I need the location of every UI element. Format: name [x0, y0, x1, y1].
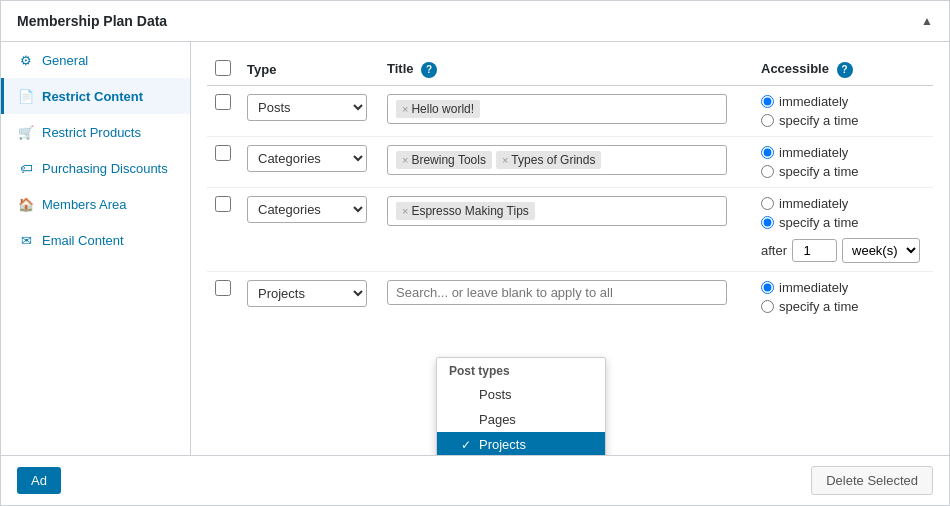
row3-specify-text: specify a time [779, 215, 858, 230]
row4-specify-text: specify a time [779, 299, 858, 314]
row1-immediately-text: immediately [779, 94, 848, 109]
row1-specify-label[interactable]: specify a time [761, 113, 925, 128]
row2-tag-grinds-label: Types of Grinds [511, 153, 595, 167]
row2-tag-brewing-label: Brewing Tools [411, 153, 485, 167]
row3-after-input[interactable] [792, 239, 837, 262]
row1-tag-remove[interactable]: × [402, 103, 408, 115]
row4-immediately-label[interactable]: immediately [761, 280, 925, 295]
col-accessible-header: Accessible [761, 61, 829, 76]
dropdown-item-posts[interactable]: Posts [437, 382, 605, 407]
row4-checkbox[interactable] [215, 280, 231, 296]
select-all-checkbox[interactable] [215, 60, 231, 76]
row2-specify-label[interactable]: specify a time [761, 164, 925, 179]
sidebar-item-email-content[interactable]: ✉ Email Content [1, 222, 190, 258]
row4-accessible-group: immediately specify a time [761, 280, 925, 314]
row3-immediately-label[interactable]: immediately [761, 196, 925, 211]
row1-tag-label: Hello world! [411, 102, 474, 116]
row2-immediately-label[interactable]: immediately [761, 145, 925, 160]
row2-tag-types-of-grinds: × Types of Grinds [496, 151, 601, 169]
sidebar-item-general[interactable]: ⚙ General [1, 42, 190, 78]
panel-header: Membership Plan Data ▲ [1, 1, 949, 42]
row3-after-label: after [761, 243, 787, 258]
dropdown-item-posts-label: Posts [479, 387, 512, 402]
table-row: Categories × Espresso Making Tips [207, 188, 933, 272]
sidebar-label-restrict-content: Restrict Content [42, 89, 143, 104]
accessible-help-icon[interactable]: ? [837, 62, 853, 78]
posts-checkmark [461, 388, 473, 402]
row1-tag-field[interactable]: × Hello world! [387, 94, 727, 124]
row1-tag-hello-world: × Hello world! [396, 100, 480, 118]
sidebar: ⚙ General 📄 Restrict Content 🛒 Restrict … [1, 42, 191, 455]
row2-tag-brewing-remove[interactable]: × [402, 154, 408, 166]
row3-tag-espresso-label: Espresso Making Tips [411, 204, 528, 218]
bottom-bar: Ad Delete Selected [1, 455, 949, 505]
dropdown-item-pages-label: Pages [479, 412, 516, 427]
row2-accessible-group: immediately specify a time [761, 145, 925, 179]
sidebar-label-members-area: Members Area [42, 197, 127, 212]
row2-specify-text: specify a time [779, 164, 858, 179]
row2-immediately-text: immediately [779, 145, 848, 160]
row3-after-row: after week(s) [761, 238, 925, 263]
row4-immediately-text: immediately [779, 280, 848, 295]
row4-search-input[interactable] [387, 280, 727, 305]
row3-accessible-group: immediately specify a time after [761, 196, 925, 263]
main-content: Type Title ? Accessible ? [191, 42, 949, 455]
row4-specify-label[interactable]: specify a time [761, 299, 925, 314]
dropdown-group-post-types: Post types [437, 358, 605, 382]
row3-tag-espresso-remove[interactable]: × [402, 205, 408, 217]
col-type-header: Type [247, 62, 276, 77]
projects-checkmark: ✓ [461, 438, 473, 452]
row3-tag-field[interactable]: × Espresso Making Tips [387, 196, 727, 226]
table-row: Posts × Hello world! [207, 86, 933, 137]
add-button[interactable]: Ad [17, 467, 61, 494]
home-icon: 🏠 [18, 196, 34, 212]
document-icon: 📄 [18, 88, 34, 104]
row1-specify-radio[interactable] [761, 114, 774, 127]
row1-checkbox[interactable] [215, 94, 231, 110]
collapse-icon[interactable]: ▲ [921, 14, 933, 28]
row3-immediately-text: immediately [779, 196, 848, 211]
row3-checkbox[interactable] [215, 196, 231, 212]
gear-icon: ⚙ [18, 52, 34, 68]
row4-specify-radio[interactable] [761, 300, 774, 313]
sidebar-item-purchasing-discounts[interactable]: 🏷 Purchasing Discounts [1, 150, 190, 186]
dropdown-item-projects-label: Projects [479, 437, 526, 452]
row3-specify-radio[interactable] [761, 216, 774, 229]
row2-type-select[interactable]: Categories [247, 145, 367, 172]
table-row: Projects immediately [207, 272, 933, 323]
row1-type-select[interactable]: Posts [247, 94, 367, 121]
pages-checkmark [461, 413, 473, 427]
sidebar-item-members-area[interactable]: 🏠 Members Area [1, 186, 190, 222]
row4-immediately-radio[interactable] [761, 281, 774, 294]
row3-type-select[interactable]: Categories [247, 196, 367, 223]
row2-specify-radio[interactable] [761, 165, 774, 178]
table-row: Categories × Brewing Tools × [207, 137, 933, 188]
row3-tag-espresso: × Espresso Making Tips [396, 202, 535, 220]
cart-icon: 🛒 [18, 124, 34, 140]
row2-tag-field[interactable]: × Brewing Tools × Types of Grinds [387, 145, 727, 175]
sidebar-item-restrict-content[interactable]: 📄 Restrict Content [1, 78, 190, 114]
title-help-icon[interactable]: ? [421, 62, 437, 78]
row3-specify-label[interactable]: specify a time [761, 215, 925, 230]
sidebar-label-restrict-products: Restrict Products [42, 125, 141, 140]
restrict-content-table: Type Title ? Accessible ? [207, 54, 933, 322]
row4-type-select[interactable]: Projects [247, 280, 367, 307]
row3-immediately-radio[interactable] [761, 197, 774, 210]
sidebar-label-general: General [42, 53, 88, 68]
dropdown-item-projects[interactable]: ✓ Projects [437, 432, 605, 455]
col-title-header: Title [387, 61, 414, 76]
row1-immediately-radio[interactable] [761, 95, 774, 108]
row1-immediately-label[interactable]: immediately [761, 94, 925, 109]
row2-tag-grinds-remove[interactable]: × [502, 154, 508, 166]
row1-specify-text: specify a time [779, 113, 858, 128]
row3-after-unit-select[interactable]: week(s) [842, 238, 920, 263]
delete-selected-button[interactable]: Delete Selected [811, 466, 933, 495]
row2-immediately-radio[interactable] [761, 146, 774, 159]
tag-icon: 🏷 [18, 160, 34, 176]
sidebar-label-purchasing-discounts: Purchasing Discounts [42, 161, 168, 176]
row1-accessible-group: immediately specify a time [761, 94, 925, 128]
row2-checkbox[interactable] [215, 145, 231, 161]
sidebar-item-restrict-products[interactable]: 🛒 Restrict Products [1, 114, 190, 150]
row2-tag-brewing-tools: × Brewing Tools [396, 151, 492, 169]
dropdown-item-pages[interactable]: Pages [437, 407, 605, 432]
